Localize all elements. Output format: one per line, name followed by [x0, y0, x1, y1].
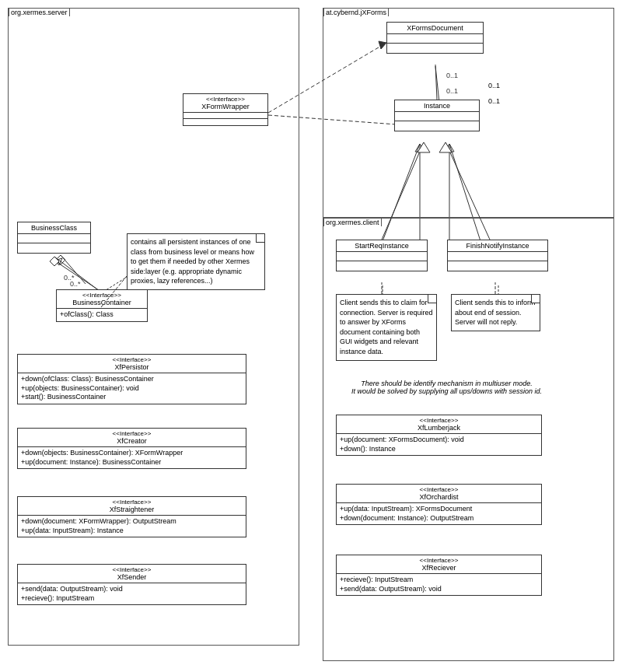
xfstraightener-m2: +up(data: InputStream): Instance [21, 527, 243, 536]
cls-xfpersistor: <<Interface>> XfPersistor +down(ofClass:… [17, 354, 246, 404]
xfcreator-stereotype: <<Interface>> [21, 430, 243, 437]
cls-xforchardist: <<Interface>> XfOrchardist +up(data: Inp… [336, 484, 542, 525]
package-xforms-label: at.cybernd.jXForms [323, 8, 389, 16]
xfpersistor-m2: +up(objects: BusinessContainer): void [21, 384, 243, 394]
xfpersistor-stereotype: <<Interface>> [21, 356, 243, 363]
xfsender-name: XfSender [21, 573, 243, 581]
multiplicity-01-top: 0..1 [488, 82, 500, 89]
businessclass-name: BusinessClass [21, 224, 87, 232]
businesscontainer-method: +ofClass(): Class [60, 310, 144, 320]
xformwrapper-name: XFormWrapper [187, 103, 264, 110]
instance-name: Instance [398, 102, 476, 110]
xflumberjack-stereotype: <<Interface>> [340, 417, 538, 424]
note-businesscontainer: contains all persistent instances of one… [127, 233, 265, 290]
cls-businessclass: BusinessClass [17, 222, 91, 254]
cls-xfsender: <<Interface>> XfSender +send(data: Outpu… [17, 564, 246, 605]
xformwrapper-stereotype: <<Interface>> [187, 96, 264, 103]
note-finishnotify-text: Client sends this to inform about end of… [455, 298, 536, 327]
cls-startreqinstance: StartReqInstance [336, 240, 428, 271]
xfreciever-m2: +send(data: OutputStream): void [340, 585, 538, 594]
package-server-label: org.xermes.server [9, 8, 70, 16]
xflumberjack-m2: +down(): Instance [340, 445, 538, 454]
xfsender-m2: +recieve(): InputStream [21, 594, 243, 604]
cls-xfcreator: <<Interface>> XfCreator +down(objects: B… [17, 428, 246, 469]
xfstraightener-m1: +down(document: XFormWrapper): OutputStr… [21, 517, 243, 527]
note-multiuser-text: There should be identify mechanism in mu… [336, 380, 557, 395]
xfsender-m1: +send(data: OutputStream): void [21, 585, 243, 594]
cls-xformsdocument: XFormsDocument [386, 22, 484, 54]
xflumberjack-name: XfLumberjack [340, 424, 538, 432]
note-businesscontainer-text: contains all persistent instances of one… [131, 237, 261, 286]
uml-diagram: 0..1 0..1 0..* [0, 0, 622, 672]
xfreciever-name: XfReciever [340, 564, 538, 572]
note-multiuser: There should be identify mechanism in mu… [336, 380, 557, 395]
xfstraightener-stereotype: <<Interface>> [21, 499, 243, 506]
xfpersistor-m3: +start(): BusinessContainer [21, 393, 243, 402]
businesscontainer-stereotype: <<Interface>> [60, 292, 144, 299]
cls-finishnotifyinstance: FinishNotifyInstance [447, 240, 548, 271]
xfcreator-m1: +down(objects: BusinessContainer): XForm… [21, 449, 243, 458]
xfpersistor-name: XfPersistor [21, 363, 243, 371]
package-client-label: org.xermes.client [323, 218, 382, 226]
finishnotifyinstance-name: FinishNotifyInstance [451, 242, 544, 250]
cls-xformswrapper: <<Interface>> XFormWrapper [183, 93, 268, 126]
note-startreq: Client sends this to claim for connectio… [336, 294, 437, 361]
cls-xfreciever: <<Interface>> XfReciever +recieve(): Inp… [336, 555, 542, 596]
xfreciever-stereotype: <<Interface>> [340, 557, 538, 564]
startreqinstance-name: StartReqInstance [340, 242, 424, 250]
xforchardist-m1: +up(data: InputStream): XFormsDocument [340, 505, 538, 514]
note-startreq-text: Client sends this to claim for connectio… [340, 298, 433, 357]
xforchardist-name: XfOrchardist [340, 493, 538, 501]
cls-businesscontainer: <<Interface>> BusinessContainer +ofClass… [56, 289, 148, 322]
xforchardist-stereotype: <<Interface>> [340, 486, 538, 493]
cls-xfstraightener: <<Interface>> XfStraightener +down(docum… [17, 496, 246, 537]
xformsdocument-name: XFormsDocument [390, 24, 480, 32]
cls-xflumberjack: <<Interface>> XfLumberjack +up(document:… [336, 415, 542, 456]
xfsender-stereotype: <<Interface>> [21, 566, 243, 573]
xfreciever-m1: +recieve(): InputStream [340, 576, 538, 585]
multiplicity-01-bottom: 0..1 [488, 97, 500, 105]
xfcreator-name: XfCreator [21, 437, 243, 445]
xfpersistor-m1: +down(ofClass: Class): BusinessContainer [21, 375, 243, 384]
cls-instance: Instance [394, 100, 480, 131]
xfcreator-m2: +up(document: Instance): BusinessContain… [21, 458, 243, 467]
xfstraightener-name: XfStraightener [21, 506, 243, 513]
xforchardist-m2: +down(document: Instance): OutputStream [340, 514, 538, 523]
xflumberjack-m1: +up(document: XFormsDocument): void [340, 436, 538, 445]
businesscontainer-name: BusinessContainer [60, 299, 144, 306]
note-finishnotify: Client sends this to inform about end of… [451, 294, 540, 331]
